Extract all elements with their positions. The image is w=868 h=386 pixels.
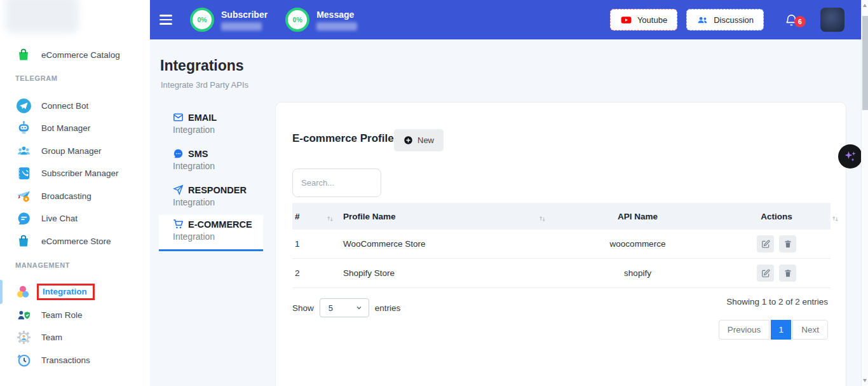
sidebar-item-team-role[interactable]: Team Role — [0, 304, 150, 326]
panel-title: E-commerce Profile — [292, 132, 394, 145]
tab-sublabel: Integration — [173, 125, 263, 135]
sidebar-section-telegram: TELEGRAM — [15, 74, 58, 82]
column-header-api-name[interactable]: API Name — [553, 212, 722, 221]
sidebar-item-label: Subscriber Manager — [41, 169, 119, 178]
sidebar-item-label: Group Manager — [41, 146, 102, 156]
sidebar-item-label: Bot Manager — [41, 123, 90, 133]
page-size-select[interactable]: 5 — [320, 298, 369, 317]
sidebar-item-ecommerce-store[interactable]: eCommerce Store — [0, 230, 150, 252]
chevron-down-icon — [355, 304, 363, 312]
table-row: 2 Shopify Store shopify — [292, 259, 831, 288]
page-1-button[interactable]: 1 — [771, 320, 791, 340]
page-title: Integrations — [160, 57, 244, 74]
next-page-button[interactable]: Next — [792, 320, 828, 340]
sidebar-item-live-chat[interactable]: Live Chat — [0, 207, 150, 229]
gear-person-icon — [15, 329, 32, 345]
edit-button[interactable] — [757, 265, 774, 282]
page-size-value: 5 — [329, 303, 333, 313]
table-row: 1 WooCommerce Store woocommerce — [292, 230, 831, 259]
showing-entries-text: Showing 1 to 2 of 2 entries — [726, 297, 828, 307]
users-group-icon — [15, 142, 32, 159]
envelope-icon — [173, 112, 184, 123]
top-header: 0% Subscriber 0% Message Youtube Discuss… — [150, 0, 861, 39]
sparkles-icon — [843, 149, 858, 164]
sidebar-item-integration[interactable]: Integration — [0, 281, 150, 303]
search-input[interactable] — [292, 169, 381, 197]
sidebar-item-transactions[interactable]: Transactions — [0, 349, 150, 371]
app-logo — [5, 0, 79, 33]
ecommerce-profile-card: E-commerce Profile New # Profile Name — [275, 102, 846, 386]
plus-circle-icon — [403, 135, 413, 145]
discussion-button[interactable]: Discussion — [686, 9, 764, 31]
sidebar-item-label: eCommerce Catalog — [41, 50, 120, 60]
edit-button[interactable] — [757, 235, 774, 252]
column-header-actions[interactable]: Actions — [722, 212, 831, 221]
table-header-row: # Profile Name API Name Actions — [292, 203, 831, 230]
delete-button[interactable] — [779, 235, 796, 252]
tab-sublabel: Integration — [173, 161, 263, 171]
message-stat: 0% Message — [285, 8, 357, 32]
main-content: Integrations Integrate 3rd Party APIs EM… — [150, 39, 862, 386]
scroll-up-arrow-icon[interactable] — [863, 4, 867, 7]
notification-count-badge: 6 — [794, 16, 806, 27]
tab-label: E-COMMERCE — [188, 219, 252, 230]
scrollbar-thumb[interactable] — [862, 16, 868, 110]
sidebar-item-group-manager[interactable]: Group Manager — [0, 140, 150, 162]
sort-icon[interactable] — [538, 215, 546, 225]
sidebar-item-team[interactable]: Team — [0, 326, 150, 348]
page-scrollbar[interactable] — [861, 0, 868, 386]
sidebar-item-bot-manager[interactable]: Bot Manager — [0, 117, 150, 139]
sidebar-item-ecommerce-catalog[interactable]: eCommerce Catalog — [0, 44, 150, 65]
youtube-button-label: Youtube — [637, 15, 667, 25]
page-subtitle: Integrate 3rd Party APIs — [161, 80, 248, 90]
sort-icon[interactable] — [326, 215, 334, 225]
pagination: Previous 1 Next — [719, 320, 828, 340]
user-avatar[interactable] — [820, 8, 844, 32]
discussion-button-label: Discussion — [714, 15, 754, 25]
sidebar-item-label: eCommerce Store — [41, 237, 111, 246]
sidebar-item-subscriber-manager[interactable]: Subscriber Manager — [0, 162, 150, 184]
subscriber-progress-ring: 0% — [190, 8, 214, 32]
tab-label: RESPONDER — [188, 185, 247, 195]
discussion-icon — [696, 14, 709, 26]
theme-customizer-button[interactable] — [838, 144, 862, 169]
previous-page-button[interactable]: Previous — [719, 320, 770, 340]
row-number: 1 — [292, 239, 343, 249]
sidebar-item-label: Broadcasting — [41, 191, 92, 201]
scroll-down-arrow-icon[interactable] — [863, 379, 867, 382]
delete-button[interactable] — [779, 265, 796, 282]
tab-ecommerce-integration[interactable]: E-COMMERCE Integration — [159, 215, 263, 251]
api-name-cell: woocommerce — [553, 239, 722, 249]
tab-label: EMAIL — [188, 113, 217, 123]
column-header-profile-name[interactable]: Profile Name — [343, 212, 553, 221]
row-number: 2 — [292, 268, 343, 278]
sidebar-item-connect-bot[interactable]: Connect Bot — [0, 95, 150, 116]
cart-icon — [173, 219, 184, 230]
sidebar-item-label: Connect Bot — [41, 101, 88, 111]
sms-bubble-icon — [173, 148, 184, 159]
new-profile-button[interactable]: New — [394, 129, 444, 151]
person-shield-icon — [15, 307, 32, 323]
tab-responder-integration[interactable]: RESPONDER Integration — [159, 181, 263, 212]
trash-icon — [783, 269, 792, 278]
broadcast-plane-icon — [15, 188, 32, 204]
hamburger-menu-icon[interactable] — [159, 15, 172, 24]
youtube-button[interactable]: Youtube — [610, 9, 677, 31]
message-stat-redacted-value — [316, 22, 357, 31]
sidebar-item-label: Integration — [37, 284, 95, 300]
column-header-num[interactable]: # — [292, 212, 343, 221]
color-circles-icon — [15, 284, 32, 300]
tab-sms-integration[interactable]: SMS Integration — [159, 144, 263, 176]
edit-icon — [761, 240, 770, 249]
sidebar-item-label: Live Chat — [41, 214, 78, 223]
subscriber-stat-redacted-value — [221, 22, 262, 31]
clock-arrow-icon — [15, 352, 32, 368]
notifications-button[interactable]: 6 — [784, 13, 799, 27]
sidebar-item-broadcasting[interactable]: Broadcasting — [0, 185, 150, 207]
tab-email-integration[interactable]: EMAIL Integration — [159, 108, 263, 140]
sort-icon[interactable] — [831, 215, 839, 225]
youtube-icon — [620, 14, 632, 26]
sidebar-item-label: Team — [41, 333, 62, 342]
tab-sublabel: Integration — [173, 231, 263, 242]
new-button-label: New — [417, 135, 434, 145]
